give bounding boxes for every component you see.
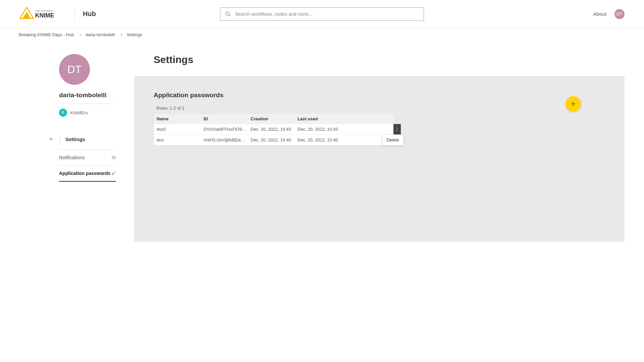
hub-title[interactable]: Hub (83, 10, 96, 18)
sidebar: DT daria-tombolelli K KNIMErs Settings N… (0, 41, 134, 242)
arrow-left-icon (49, 136, 54, 142)
sidebar-item-label: Notifications (59, 155, 85, 160)
col-name: Name (157, 116, 204, 121)
key-icon (111, 171, 116, 176)
cell-creation: Dec. 20, 2022, 15:40 (251, 137, 298, 142)
rows-count: Rows: 1-2 of 2 (156, 106, 605, 111)
sliders-icon (111, 155, 116, 160)
avatar-large: DT (59, 54, 90, 85)
table-row: test2 DVl3Xa8iFFlszFlO9Vb07G1... Dec. 20… (154, 124, 395, 134)
nav-back[interactable]: Settings (49, 135, 115, 143)
col-lastused: Last used (298, 116, 388, 121)
search-icon (225, 11, 231, 17)
logo-divider (74, 7, 75, 21)
app-passwords-table: Name ID Creation Last used test2 DVl3Xa8… (154, 113, 395, 145)
cell-id: mWXLOm3j6bBEwnT0WISllj... (204, 137, 247, 142)
panel-app-passwords: Application passwords Rows: 1-2 of 2 Nam… (134, 76, 625, 242)
row-more-button[interactable] (393, 124, 401, 134)
svg-point-11 (112, 173, 114, 175)
breadcrumb-item[interactable]: Breaking KNIME Days - Hub (19, 32, 81, 37)
cell-id: DVl3Xa8iFFlszFlO9Vb07G1... (204, 127, 247, 132)
layout: DT daria-tombolelli K KNIMErs Settings N… (0, 41, 644, 242)
group-label: KNIMErs (70, 110, 88, 115)
about-link[interactable]: About (593, 11, 606, 17)
cell-lastused: Dec. 20, 2022, 15:40 (298, 137, 388, 142)
divider (60, 135, 60, 143)
header-right: About DT (593, 9, 625, 19)
table-row: test mWXLOm3j6bBEwnT0WISllj... Dec. 20, … (154, 134, 395, 145)
search-input[interactable] (235, 11, 419, 17)
nav-back-label: Settings (65, 136, 85, 142)
knime-logo-icon: Open for Innovation KNIME (19, 7, 66, 21)
logo-tagline-main: KNIME (35, 12, 54, 18)
delete-menu-item[interactable]: Delete (382, 134, 404, 145)
nav-list: Notifications Application passwords (59, 149, 116, 182)
username: daria-tombolelli (59, 92, 115, 99)
table-head: Name ID Creation Last used (154, 114, 395, 124)
content: Settings Application passwords Rows: 1-2… (134, 41, 644, 242)
plus-icon (570, 101, 576, 107)
breadcrumb-item: Settings (126, 32, 142, 37)
breadcrumb: Breaking KNIME Days - Hub daria-tombolel… (0, 28, 644, 41)
svg-line-13 (115, 172, 115, 173)
cell-name: test (157, 137, 204, 142)
more-vertical-icon (397, 128, 397, 131)
sidebar-item-app-passwords[interactable]: Application passwords (59, 165, 116, 182)
sidebar-item-label: Application passwords (59, 171, 110, 176)
cell-lastused: Dec. 20, 2022, 15:43 (298, 127, 388, 132)
avatar-small[interactable]: DT (614, 9, 625, 19)
group-badge: K (59, 109, 67, 117)
svg-line-3 (229, 15, 230, 16)
chevron-right-icon (119, 33, 122, 36)
chevron-right-icon (78, 33, 81, 36)
panel-title: Application passwords (154, 92, 605, 99)
col-creation: Creation (251, 116, 298, 121)
add-button[interactable] (566, 96, 581, 112)
group-row[interactable]: K KNIMErs (59, 104, 116, 117)
header: Open for Innovation KNIME Hub About DT (0, 0, 644, 28)
page-title: Settings (154, 54, 625, 65)
col-id: ID (204, 116, 251, 121)
cell-creation: Dec. 20, 2022, 15:43 (251, 127, 298, 132)
search-field[interactable] (220, 7, 424, 21)
sidebar-item-notifications[interactable]: Notifications (59, 149, 116, 165)
breadcrumb-item[interactable]: daria-tombolelli (86, 32, 122, 37)
svg-point-2 (226, 12, 229, 15)
logo-tagline-top: Open for Innovation (35, 10, 53, 12)
cell-name: test2 (157, 127, 204, 132)
logo-block[interactable]: Open for Innovation KNIME Hub (19, 0, 96, 28)
